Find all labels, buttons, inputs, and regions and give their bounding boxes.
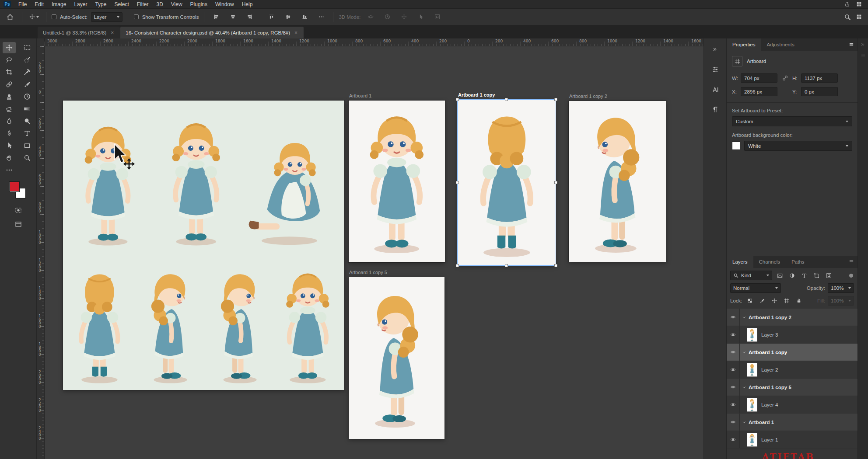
visibility-toggle[interactable]	[727, 309, 740, 326]
visibility-toggle[interactable]	[727, 344, 740, 361]
visibility-toggle[interactable]	[727, 414, 740, 431]
artboard-label[interactable]: Artboard 1	[349, 93, 371, 98]
close-tab-icon[interactable]: ×	[110, 30, 115, 36]
align-top-button[interactable]	[265, 11, 278, 23]
expand-chevron-icon[interactable]	[740, 315, 749, 320]
apps-grid-icon[interactable]	[856, 1, 862, 7]
home-button[interactable]	[4, 11, 17, 23]
layer-row-layer-1[interactable]: Layer 1	[727, 431, 858, 449]
filter-smart-objects-icon[interactable]	[824, 271, 833, 280]
adjustments-panel-icon[interactable]	[708, 63, 723, 76]
lock-artboard-icon[interactable]	[782, 296, 791, 305]
artboard-1[interactable]: Artboard 1	[349, 101, 445, 262]
panel-menu-icon[interactable]	[849, 259, 854, 264]
horizontal-ruler[interactable]: 3000 2800 2600 2400 2200 2000 1800 1600 …	[45, 38, 704, 46]
marquee-tool[interactable]	[21, 42, 34, 53]
lock-pixels-icon[interactable]	[757, 296, 767, 305]
ruler-origin-corner[interactable]	[37, 38, 45, 46]
collapse-dock-icon[interactable]	[708, 43, 723, 56]
brush-tool[interactable]	[21, 79, 34, 90]
layer-thumbnail[interactable]	[747, 328, 757, 342]
path-selection-tool[interactable]	[3, 140, 16, 151]
document-tab-character-design[interactable]: 16- Consistent Character design.psd @ 40…	[120, 27, 304, 38]
vertical-ruler[interactable]: 200 0 200 400 600 800 1000 1200 1400 160…	[37, 46, 45, 459]
layer-thumbnail[interactable]	[747, 398, 757, 412]
rectangle-tool[interactable]	[21, 140, 34, 151]
layer-row-artboard-1-copy-2[interactable]: Artboard 1 copy 2	[727, 309, 858, 326]
paragraph-panel-icon[interactable]	[708, 103, 723, 116]
filter-type-layers-icon[interactable]	[799, 271, 809, 280]
pen-tool[interactable]	[3, 128, 16, 139]
layer-thumbnail[interactable]	[747, 363, 757, 377]
visibility-toggle[interactable]	[727, 379, 740, 396]
move-tool-preset[interactable]	[28, 11, 41, 23]
layer-row-layer-3[interactable]: Layer 3	[727, 326, 858, 344]
tab-layers[interactable]: Layers	[727, 256, 753, 268]
y-field[interactable]: 0 px	[801, 87, 838, 96]
artboard-bg-select[interactable]: White	[744, 141, 852, 151]
lock-position-icon[interactable]	[770, 296, 779, 305]
menu-layer[interactable]: Layer	[70, 0, 91, 9]
layer-row-artboard-1-copy-5[interactable]: Artboard 1 copy 5	[727, 379, 858, 396]
artboard-1-copy-5[interactable]: Artboard 1 copy 5	[349, 277, 444, 439]
x-field[interactable]: 2896 px	[741, 87, 777, 96]
artboard-preset-select[interactable]: Custom	[732, 116, 852, 126]
menu-3d[interactable]: 3D	[152, 0, 167, 9]
canvas-area[interactable]: 3000 2800 2600 2400 2200 2000 1800 1600 …	[37, 38, 704, 459]
quick-mask-button[interactable]	[12, 205, 25, 216]
menu-file[interactable]: File	[14, 0, 31, 9]
align-left-button[interactable]	[210, 11, 223, 23]
history-brush-tool[interactable]	[21, 91, 34, 102]
filter-toggle[interactable]	[849, 274, 853, 278]
menu-type[interactable]: Type	[91, 0, 110, 9]
visibility-toggle[interactable]	[727, 396, 740, 413]
visibility-toggle[interactable]	[727, 431, 740, 448]
filter-shape-layers-icon[interactable]	[812, 271, 821, 280]
clone-stamp-tool[interactable]	[3, 91, 16, 102]
dodge-tool[interactable]	[21, 115, 34, 127]
menu-filter[interactable]: Filter	[133, 0, 153, 9]
more-align-options-button[interactable]	[315, 11, 328, 23]
edit-toolbar-button[interactable]	[3, 164, 16, 176]
filter-pixel-layers-icon[interactable]	[775, 271, 784, 280]
transform-handle[interactable]	[554, 181, 557, 184]
height-field[interactable]: 1137 px	[801, 73, 838, 83]
type-tool[interactable]	[21, 128, 34, 139]
panel-options-icon[interactable]	[861, 53, 866, 59]
lock-all-icon[interactable]	[794, 296, 804, 305]
show-transform-checkbox[interactable]	[134, 14, 139, 19]
opacity-select[interactable]: 100%	[828, 283, 854, 293]
eraser-tool[interactable]	[3, 103, 16, 115]
link-dimensions-icon[interactable]	[777, 75, 792, 81]
share-icon[interactable]	[844, 1, 850, 7]
transform-handle[interactable]	[505, 264, 508, 267]
menu-window[interactable]: Window	[211, 0, 238, 9]
menu-image[interactable]: Image	[48, 0, 70, 9]
expand-chevron-icon[interactable]	[740, 385, 749, 389]
expand-chevron-icon[interactable]	[740, 350, 749, 355]
blur-tool[interactable]	[3, 115, 16, 127]
layer-row-artboard-1[interactable]: Artboard 1	[727, 414, 858, 431]
artboard-label[interactable]: Artboard 1 copy 2	[569, 94, 607, 99]
menu-edit[interactable]: Edit	[31, 0, 48, 9]
width-field[interactable]: 704 px	[741, 73, 777, 83]
tab-channels[interactable]: Channels	[753, 256, 786, 268]
tab-properties[interactable]: Properties	[727, 38, 761, 51]
menu-plugins[interactable]: Plugins	[186, 0, 211, 9]
layer-filter-kind-select[interactable]: Kind	[730, 271, 772, 280]
expand-chevron-icon[interactable]	[740, 420, 749, 424]
menu-view[interactable]: View	[167, 0, 186, 9]
align-bottom-button[interactable]	[298, 11, 311, 23]
close-tab-icon[interactable]: ×	[294, 30, 298, 36]
filter-adjustment-layers-icon[interactable]	[787, 271, 797, 280]
gradient-tool[interactable]	[21, 103, 34, 115]
artboard-1-copy[interactable]: Artboard 1 copy	[458, 100, 556, 265]
tab-paths[interactable]: Paths	[786, 256, 810, 268]
blend-mode-select[interactable]: Normal	[730, 283, 781, 293]
layer-row-artboard-1-copy[interactable]: Artboard 1 copy	[727, 344, 858, 361]
layer-row-layer-4[interactable]: Layer 4	[727, 396, 858, 414]
menu-help[interactable]: Help	[238, 0, 257, 9]
foreground-color-swatch[interactable]	[10, 182, 19, 191]
eyedropper-tool[interactable]	[21, 66, 34, 78]
lock-transparency-icon[interactable]	[745, 296, 755, 305]
